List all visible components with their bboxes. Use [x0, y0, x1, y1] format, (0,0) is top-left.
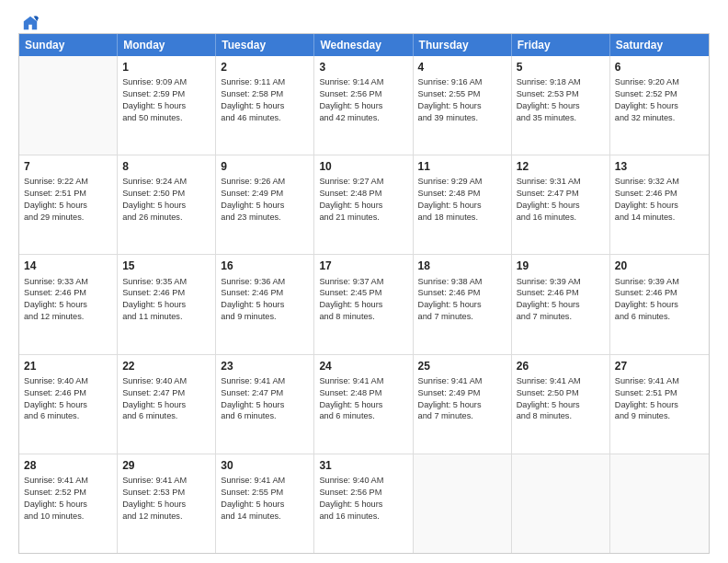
calendar-header: SundayMondayTuesdayWednesdayThursdayFrid… [19, 34, 709, 56]
day-number: 9 [221, 159, 309, 174]
sunrise-text: Sunrise: 9:41 AM [615, 376, 679, 385]
calendar-cell: 3Sunrise: 9:14 AMSunset: 2:56 PMDaylight… [314, 56, 413, 155]
sunset-text: Sunset: 2:49 PM [418, 388, 481, 397]
sunrise-text: Sunrise: 9:41 AM [221, 476, 285, 485]
sunset-text: Sunset: 2:46 PM [615, 189, 677, 198]
day-number: 28 [24, 458, 112, 473]
daylight-text: and 14 minutes. [221, 511, 280, 521]
calendar-cell [19, 56, 118, 155]
sunrise-text: Sunrise: 9:16 AM [418, 77, 483, 86]
day-number: 30 [221, 458, 309, 473]
daylight-text: and 6 minutes. [615, 312, 670, 321]
calendar-cell: 22Sunrise: 9:40 AMSunset: 2:47 PMDayligh… [118, 355, 216, 454]
calendar-cell: 29Sunrise: 9:41 AMSunset: 2:53 PMDayligh… [118, 454, 216, 553]
calendar-cell: 5Sunrise: 9:18 AMSunset: 2:53 PMDaylight… [512, 56, 610, 155]
header-day-friday: Friday [512, 34, 610, 56]
sunrise-text: Sunrise: 9:38 AM [418, 277, 483, 286]
day-number: 21 [24, 359, 112, 373]
sunrise-text: Sunrise: 9:20 AM [615, 77, 679, 86]
sunrise-text: Sunrise: 9:35 AM [122, 277, 187, 286]
calendar-cell: 14Sunrise: 9:33 AMSunset: 2:46 PMDayligh… [19, 255, 118, 353]
sunrise-text: Sunrise: 9:40 AM [122, 376, 187, 385]
daylight-text: Daylight: 5 hours [221, 500, 284, 509]
daylight-text: and 8 minutes. [517, 411, 572, 420]
sunset-text: Sunset: 2:49 PM [221, 189, 283, 198]
calendar-cell: 12Sunrise: 9:31 AMSunset: 2:47 PMDayligh… [512, 155, 610, 254]
sunset-text: Sunset: 2:51 PM [615, 388, 677, 397]
day-number: 10 [319, 159, 407, 174]
day-number: 17 [319, 259, 407, 273]
sunset-text: Sunset: 2:50 PM [517, 388, 579, 397]
sunrise-text: Sunrise: 9:41 AM [24, 476, 88, 485]
calendar-cell: 9Sunrise: 9:26 AMSunset: 2:49 PMDaylight… [216, 155, 314, 254]
calendar-cell: 16Sunrise: 9:36 AMSunset: 2:46 PMDayligh… [216, 255, 314, 353]
daylight-text: and 9 minutes. [615, 411, 670, 420]
day-number: 29 [122, 458, 210, 473]
calendar-cell: 15Sunrise: 9:35 AMSunset: 2:46 PMDayligh… [118, 255, 216, 353]
sunset-text: Sunset: 2:56 PM [319, 488, 381, 497]
daylight-text: Daylight: 5 hours [418, 201, 482, 210]
daylight-text: Daylight: 5 hours [319, 400, 382, 409]
day-number: 22 [122, 359, 210, 373]
calendar-cell [512, 454, 610, 553]
sunrise-text: Sunrise: 9:37 AM [319, 277, 383, 286]
daylight-text: and 12 minutes. [24, 312, 84, 321]
sunrise-text: Sunrise: 9:31 AM [517, 177, 581, 186]
sunset-text: Sunset: 2:46 PM [418, 288, 481, 297]
day-number: 12 [517, 159, 605, 174]
sunrise-text: Sunrise: 9:26 AM [221, 177, 285, 186]
day-number: 20 [615, 259, 704, 273]
day-number: 26 [517, 359, 605, 373]
daylight-text: and 10 minutes. [24, 511, 84, 521]
calendar-cell [414, 454, 512, 553]
daylight-text: and 7 minutes. [517, 312, 572, 321]
sunrise-text: Sunrise: 9:18 AM [517, 77, 581, 86]
daylight-text: Daylight: 5 hours [517, 101, 580, 110]
sunrise-text: Sunrise: 9:29 AM [418, 177, 483, 186]
calendar-cell: 13Sunrise: 9:32 AMSunset: 2:46 PMDayligh… [610, 155, 709, 254]
daylight-text: and 29 minutes. [24, 213, 84, 222]
daylight-text: Daylight: 5 hours [122, 500, 186, 509]
sunset-text: Sunset: 2:45 PM [319, 288, 381, 297]
sunset-text: Sunset: 2:59 PM [122, 89, 185, 98]
day-number: 25 [418, 359, 506, 373]
day-number: 16 [221, 259, 309, 273]
daylight-text: and 46 minutes. [221, 113, 280, 122]
day-number: 7 [24, 159, 112, 174]
sunset-text: Sunset: 2:47 PM [221, 388, 283, 397]
day-number: 1 [122, 60, 210, 75]
sunrise-text: Sunrise: 9:41 AM [517, 376, 581, 385]
daylight-text: Daylight: 5 hours [122, 300, 186, 309]
daylight-text: Daylight: 5 hours [418, 400, 482, 409]
sunrise-text: Sunrise: 9:41 AM [221, 376, 285, 385]
day-number: 6 [615, 60, 704, 75]
day-number: 13 [615, 159, 704, 174]
calendar-cell: 20Sunrise: 9:39 AMSunset: 2:46 PMDayligh… [610, 255, 709, 353]
sunrise-text: Sunrise: 9:32 AM [615, 177, 679, 186]
daylight-text: and 8 minutes. [319, 312, 374, 321]
calendar-row-1: 7Sunrise: 9:22 AMSunset: 2:51 PMDaylight… [19, 155, 709, 255]
sunrise-text: Sunrise: 9:24 AM [122, 177, 187, 186]
sunrise-text: Sunrise: 9:39 AM [615, 277, 679, 286]
daylight-text: Daylight: 5 hours [24, 400, 87, 409]
sunrise-text: Sunrise: 9:14 AM [319, 77, 383, 86]
daylight-text: Daylight: 5 hours [418, 300, 482, 309]
calendar-cell: 25Sunrise: 9:41 AMSunset: 2:49 PMDayligh… [414, 355, 512, 454]
daylight-text: Daylight: 5 hours [517, 201, 580, 210]
sunrise-text: Sunrise: 9:09 AM [122, 77, 187, 86]
calendar-cell: 28Sunrise: 9:41 AMSunset: 2:52 PMDayligh… [19, 454, 118, 553]
sunset-text: Sunset: 2:58 PM [221, 89, 283, 98]
daylight-text: Daylight: 5 hours [24, 201, 87, 210]
daylight-text: and 7 minutes. [418, 312, 473, 321]
daylight-text: and 18 minutes. [418, 213, 478, 222]
daylight-text: and 7 minutes. [418, 411, 473, 420]
sunset-text: Sunset: 2:55 PM [418, 89, 481, 98]
sunset-text: Sunset: 2:53 PM [122, 488, 185, 497]
daylight-text: Daylight: 5 hours [615, 400, 678, 409]
sunset-text: Sunset: 2:46 PM [122, 288, 185, 297]
calendar-cell: 11Sunrise: 9:29 AMSunset: 2:48 PMDayligh… [414, 155, 512, 254]
sunset-text: Sunset: 2:46 PM [221, 288, 283, 297]
daylight-text: and 39 minutes. [418, 113, 478, 122]
daylight-text: and 11 minutes. [122, 312, 182, 321]
sunrise-text: Sunrise: 9:41 AM [418, 376, 483, 385]
